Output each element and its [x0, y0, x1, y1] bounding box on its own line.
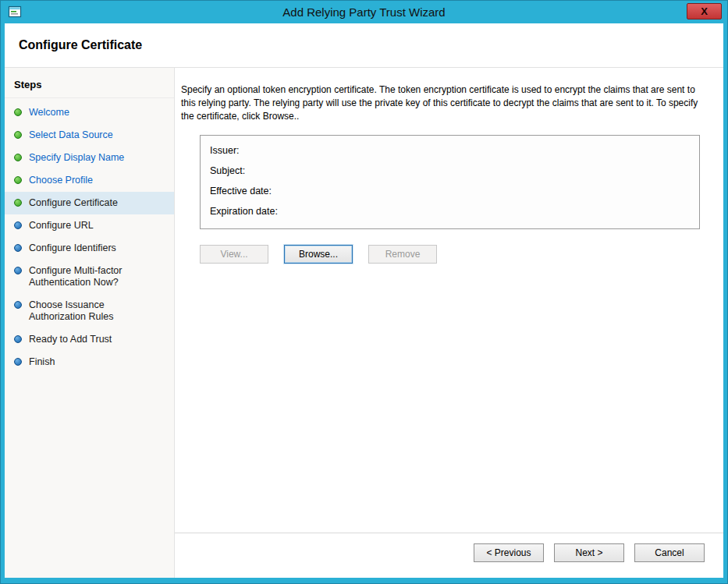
- step-configure-url: Configure URL: [5, 214, 174, 237]
- step-choose-issuance-rules: Choose Issuance Authorization Rules: [5, 294, 174, 328]
- step-status-icon: [14, 131, 22, 139]
- page-header: Configure Certificate: [5, 23, 723, 68]
- view-button: View...: [200, 245, 268, 264]
- close-icon: X: [701, 5, 708, 17]
- steps-heading: Steps: [5, 74, 174, 98]
- remove-button: Remove: [368, 245, 437, 264]
- step-status-icon: [14, 301, 22, 309]
- wizard-icon: [8, 5, 22, 19]
- step-status-icon: [14, 267, 22, 274]
- effective-date-label: Effective date:: [210, 183, 690, 204]
- step-label: Finish: [29, 356, 55, 368]
- step-label: Specify Display Name: [29, 152, 124, 164]
- step-configure-identifiers: Configure Identifiers: [5, 237, 174, 260]
- step-status-icon: [14, 154, 22, 161]
- step-status-icon: [14, 221, 22, 229]
- wizard-window: Add Relying Party Trust Wizard X Configu…: [0, 0, 728, 584]
- step-status-icon: [14, 244, 22, 252]
- step-status-icon: [14, 199, 22, 207]
- step-label: Configure Identifiers: [29, 242, 116, 254]
- steps-sidebar: Steps Welcome Select Data Source Specify…: [5, 68, 175, 578]
- step-label: Welcome: [29, 107, 69, 119]
- subject-label: Subject:: [210, 163, 690, 183]
- step-choose-profile[interactable]: Choose Profile: [5, 169, 174, 192]
- page-description: Specify an optional token encryption cer…: [181, 80, 705, 122]
- step-configure-certificate: Configure Certificate: [5, 192, 174, 214]
- browse-button[interactable]: Browse...: [284, 245, 353, 264]
- step-welcome[interactable]: Welcome: [5, 101, 174, 124]
- step-configure-mfa: Configure Multi-factor Authentication No…: [5, 260, 174, 294]
- step-label: Configure Certificate: [29, 197, 118, 209]
- step-select-data-source[interactable]: Select Data Source: [5, 124, 174, 147]
- step-label: Select Data Source: [29, 129, 113, 141]
- titlebar: Add Relying Party Trust Wizard X: [1, 1, 727, 23]
- step-label: Configure Multi-factor Authentication No…: [29, 265, 163, 288]
- certificate-actions: View... Browse... Remove: [200, 245, 700, 264]
- step-label: Choose Issuance Authorization Rules: [29, 299, 163, 323]
- step-specify-display-name[interactable]: Specify Display Name: [5, 147, 174, 169]
- issuer-label: Issuer:: [210, 143, 690, 163]
- expiration-date-label: Expiration date:: [210, 204, 690, 224]
- close-button[interactable]: X: [687, 3, 722, 19]
- step-status-icon: [14, 176, 22, 184]
- step-ready-to-add-trust: Ready to Add Trust: [5, 328, 174, 351]
- step-status-icon: [14, 108, 22, 116]
- step-status-icon: [14, 358, 22, 366]
- step-label: Choose Profile: [29, 175, 93, 186]
- previous-button[interactable]: < Previous: [474, 543, 544, 562]
- window-title: Add Relying Party Trust Wizard: [1, 5, 727, 19]
- wizard-navigation: < Previous Next > Cancel: [175, 533, 723, 578]
- client-area: Configure Certificate Steps Welcome Sele…: [5, 23, 723, 578]
- step-label: Ready to Add Trust: [29, 334, 112, 345]
- step-label: Configure URL: [29, 220, 94, 232]
- certificate-details-box: Issuer: Subject: Effective date: Expirat…: [200, 135, 700, 229]
- steps-list: Welcome Select Data Source Specify Displ…: [5, 101, 174, 373]
- main-content: Specify an optional token encryption cer…: [175, 68, 723, 578]
- step-status-icon: [14, 335, 22, 343]
- step-finish: Finish: [5, 351, 174, 373]
- cancel-button[interactable]: Cancel: [634, 543, 705, 562]
- next-button[interactable]: Next >: [554, 543, 624, 562]
- page-title: Configure Certificate: [19, 38, 142, 52]
